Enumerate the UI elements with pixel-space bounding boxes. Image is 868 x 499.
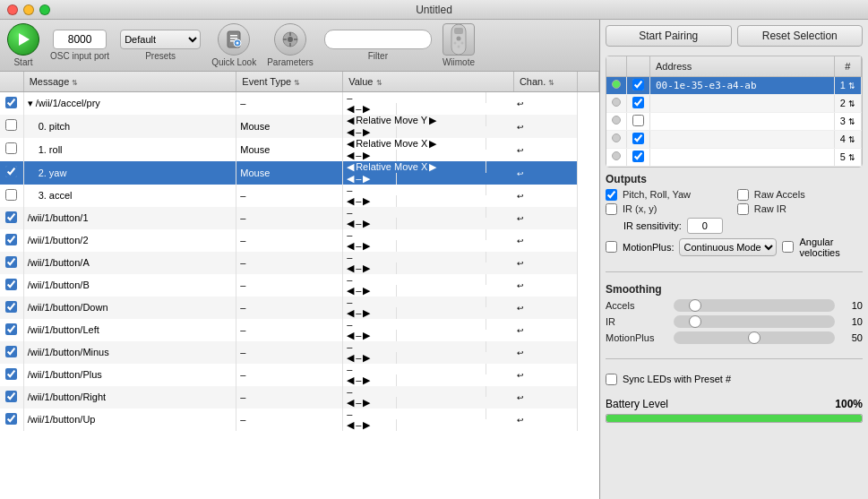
wiimote-button[interactable]: Wiimote (443, 23, 475, 67)
search-input[interactable] (324, 30, 432, 49)
ir-sensitivity-input[interactable] (687, 218, 723, 234)
col-value-header[interactable]: Value ⇅ (343, 72, 514, 91)
minimize-button[interactable] (23, 4, 34, 15)
table-row[interactable]: 3. accel – – ◀ – ▶ ↩ (0, 185, 599, 207)
start-pairing-button[interactable]: Start Pairing (606, 25, 732, 47)
row-checkbox[interactable] (5, 256, 17, 268)
sync-leds-checkbox[interactable] (606, 374, 617, 385)
table-row[interactable]: /wii/1/button/Left – – ◀ – ▶ ↩ (0, 319, 599, 341)
col-message-header[interactable]: Message ⇅ (23, 72, 236, 91)
addr-checkbox[interactable] (632, 79, 644, 90)
chan-stepper-left[interactable]: ◀ (347, 352, 354, 364)
addr-num-stepper[interactable]: ⇅ (848, 99, 855, 108)
table-row[interactable]: /wii/1/button/Plus – – ◀ – ▶ ↩ (0, 364, 599, 386)
chan-stepper-left[interactable]: ◀ (347, 173, 354, 185)
row-checkbox[interactable] (5, 97, 17, 108)
table-row[interactable]: /wii/1/button/B – – ◀ – ▶ ↩ (0, 274, 599, 297)
table-row[interactable]: /wii/1/button/Up – – ◀ – ▶ ↩ (0, 409, 599, 431)
row-checkbox[interactable] (5, 279, 17, 290)
addr-num-stepper[interactable]: ⇅ (848, 135, 855, 144)
row-check-cell[interactable] (0, 138, 23, 161)
osc-port-input[interactable] (53, 30, 107, 49)
chan-stepper-right[interactable]: ▶ (363, 126, 370, 138)
chan-stepper-left[interactable]: ◀ (347, 285, 354, 297)
chan-stepper-right[interactable]: ▶ (363, 352, 370, 364)
address-row[interactable]: 4 ⇅ (606, 130, 862, 148)
raw-accels-checkbox[interactable] (737, 189, 749, 201)
chan-stepper-right[interactable]: ▶ (363, 150, 370, 161)
motionplus-mode-select[interactable]: Continuous Mode (679, 238, 777, 256)
chan-stepper-right[interactable]: ▶ (363, 195, 370, 207)
addr-checkbox[interactable] (632, 115, 644, 126)
chan-stepper-right[interactable]: ▶ (363, 397, 370, 409)
reset-selection-button[interactable]: Reset Selection (737, 25, 864, 47)
close-button[interactable] (7, 4, 18, 15)
addr-checkbox[interactable] (632, 97, 644, 108)
row-check-cell[interactable] (0, 386, 23, 409)
table-row[interactable]: /wii/1/button/Minus – – ◀ – ▶ ↩ (0, 341, 599, 364)
row-checkbox[interactable] (5, 346, 17, 357)
chan-stepper-right[interactable]: ▶ (363, 240, 370, 252)
col-eventtype-header[interactable]: Event Type ⇅ (236, 72, 343, 91)
ir-smooth-slider[interactable] (674, 315, 835, 328)
chan-stepper-right[interactable]: ▶ (363, 218, 370, 229)
angular-vel-checkbox[interactable] (782, 241, 794, 253)
row-checkbox[interactable] (5, 301, 17, 313)
addr-num-stepper[interactable]: ⇅ (848, 117, 855, 126)
row-check-cell[interactable] (0, 161, 23, 185)
table-row[interactable]: /wii/1/button/Down – – ◀ – ▶ ↩ (0, 297, 599, 319)
col-chan-header[interactable]: Chan. ⇅ (513, 72, 577, 91)
addr-check-cell[interactable] (627, 76, 650, 94)
addr-checkbox[interactable] (632, 151, 644, 162)
chan-stepper-left[interactable]: ◀ (347, 150, 354, 161)
stepper-left[interactable]: ◀ (347, 161, 354, 173)
chan-stepper-right[interactable]: ▶ (363, 285, 370, 297)
row-check-cell[interactable] (0, 229, 23, 252)
addr-check-cell[interactable] (627, 112, 650, 130)
stepper-left[interactable]: ◀ (347, 115, 354, 126)
chan-stepper-right[interactable]: ▶ (363, 307, 370, 319)
table-row[interactable]: /wii/1/button/Right – – ◀ – ▶ ↩ (0, 386, 599, 409)
row-checkbox[interactable] (5, 323, 17, 335)
chan-stepper-right[interactable]: ▶ (363, 262, 370, 274)
stepper-left[interactable]: ◀ (347, 138, 354, 150)
row-check-cell[interactable] (0, 252, 23, 274)
ir-xy-checkbox[interactable] (606, 203, 617, 215)
addr-check-cell[interactable] (627, 148, 650, 166)
chan-stepper-right[interactable]: ▶ (363, 330, 370, 341)
addr-checkbox[interactable] (632, 133, 644, 144)
row-checkbox[interactable] (5, 234, 17, 245)
table-row[interactable]: /wii/1/button/1 – – ◀ – ▶ ↩ (0, 207, 599, 229)
row-check-cell[interactable] (0, 364, 23, 386)
address-row[interactable]: 00-1e-35-e3-a4-ab 1 ⇅ (606, 76, 862, 94)
addr-num-stepper[interactable]: ⇅ (848, 82, 855, 90)
motionplus-checkbox[interactable] (606, 241, 617, 253)
presets-select[interactable]: Default (120, 30, 201, 49)
stepper-right[interactable]: ▶ (429, 161, 436, 173)
address-row[interactable]: 3 ⇅ (606, 112, 862, 130)
chan-stepper-left[interactable]: ◀ (347, 195, 354, 207)
address-row[interactable]: 2 ⇅ (606, 94, 862, 112)
row-checkbox[interactable] (5, 413, 17, 425)
stepper-right[interactable]: ▶ (429, 115, 436, 126)
chan-stepper-left[interactable]: ◀ (347, 126, 354, 138)
chan-stepper-left[interactable]: ◀ (347, 419, 354, 431)
chan-stepper-left[interactable]: ◀ (347, 397, 354, 409)
row-check-cell[interactable] (0, 91, 23, 115)
pitch-roll-yaw-checkbox[interactable] (606, 189, 617, 201)
row-checkbox[interactable] (5, 166, 17, 177)
addr-check-cell[interactable] (627, 94, 650, 112)
chan-stepper-left[interactable]: ◀ (347, 330, 354, 341)
row-checkbox[interactable] (5, 189, 17, 201)
row-check-cell[interactable] (0, 319, 23, 341)
row-checkbox[interactable] (5, 142, 17, 154)
motionplus-smooth-slider[interactable] (674, 331, 835, 344)
table-row[interactable]: /wii/1/button/A – – ◀ – ▶ ↩ (0, 252, 599, 274)
expand-triangle[interactable]: ▾ (28, 98, 36, 108)
row-check-cell[interactable] (0, 341, 23, 364)
chan-stepper-right[interactable]: ▶ (363, 374, 370, 386)
addr-num-stepper[interactable]: ⇅ (848, 153, 855, 162)
accels-smooth-slider[interactable] (674, 299, 835, 312)
table-row[interactable]: /wii/1/button/2 – – ◀ – ▶ ↩ (0, 229, 599, 252)
address-row[interactable]: 5 ⇅ (606, 148, 862, 166)
